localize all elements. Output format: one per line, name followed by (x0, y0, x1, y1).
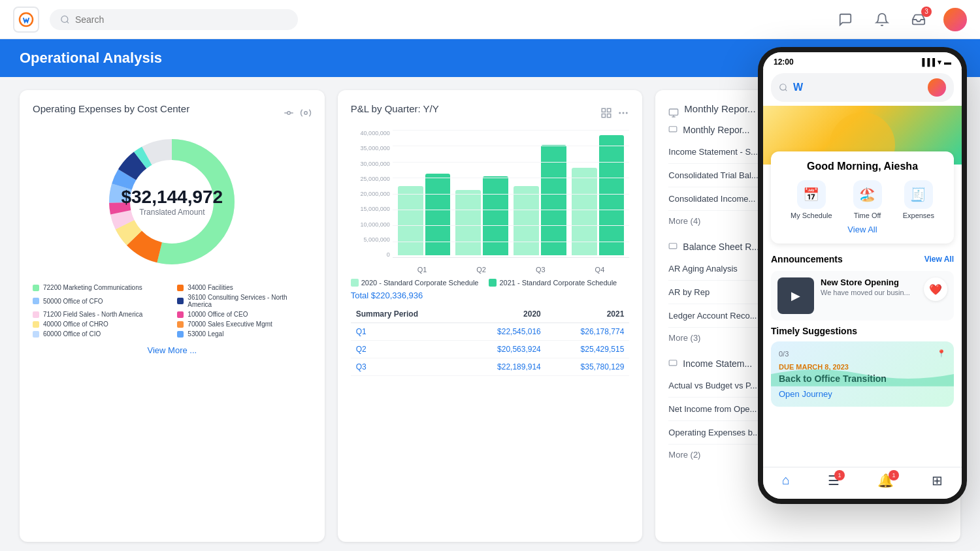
legend-label: 50000 Office of CFO (43, 298, 103, 305)
announcement-thumbnail[interactable]: ▶ (777, 277, 814, 314)
mobile-action-item[interactable]: 🏖️ Time Off (853, 180, 882, 219)
mobile-user-avatar[interactable] (928, 78, 946, 97)
x-label-q3: Q3 (536, 266, 546, 274)
svg-rect-28 (669, 360, 677, 366)
tasks-badge: 1 (834, 470, 845, 480)
mobile-bottom-nav: ⌂ ☰ 1 🔔 1 ⊞ (763, 467, 962, 499)
svg-point-2 (287, 111, 290, 114)
user-avatar[interactable] (943, 8, 967, 31)
svg-rect-27 (669, 244, 677, 249)
x-label-q2: Q2 (476, 266, 486, 274)
action-label: My Schedule (791, 212, 832, 219)
col-2021: 2021 (546, 306, 630, 323)
open-journey-link[interactable]: Open Journey (779, 389, 946, 399)
legend-color (33, 321, 39, 328)
legend-label: 60000 Office of CIO (43, 330, 101, 338)
v2021-cell: $25,429,515 (546, 341, 630, 358)
svg-point-22 (619, 112, 621, 114)
period-cell[interactable]: Q2 (351, 341, 463, 358)
announcement-item: ▶ New Store Opening We have moved our bu… (771, 271, 954, 321)
v2021-cell: $26,178,774 (546, 323, 630, 341)
table-row: Q3 $22,189,914 $35,780,129 (351, 358, 630, 376)
inbox-button[interactable]: 3 (907, 8, 930, 31)
search-input[interactable] (75, 14, 287, 25)
action-icon: 🧾 (904, 180, 933, 209)
legend-color (177, 331, 184, 338)
mobile-search-bar[interactable]: W (771, 73, 954, 102)
card1-title: Operating Expenses by Cost Center (33, 103, 189, 114)
svg-rect-19 (608, 114, 611, 117)
legend-color (33, 331, 39, 338)
legend-color (177, 311, 184, 318)
svg-point-21 (627, 112, 628, 114)
legend-item: 50000 Office of CFO (33, 294, 167, 308)
mobile-nav-grid[interactable]: ⊞ (932, 473, 943, 488)
mobile-view-all[interactable]: View All (780, 225, 945, 234)
donut-center: $32,144,972 Translated Amount (121, 187, 223, 217)
chat-button[interactable] (834, 8, 857, 31)
table-row: Q1 $22,545,016 $26,178,774 (351, 323, 630, 341)
mobile-action-item[interactable]: 🧾 Expenses (903, 180, 934, 219)
mobile-logo: W (793, 82, 803, 93)
suggestions-counter: 0/3 📍 (779, 349, 946, 358)
action-icon: 📅 (797, 180, 826, 209)
announcements-title: Announcements (771, 254, 843, 264)
x-label-q4: Q4 (595, 266, 605, 274)
svg-point-20 (623, 112, 625, 114)
v2020-cell: $22,189,914 (463, 358, 546, 376)
chart-total: Total $220,336,936 (351, 291, 630, 300)
app-logo[interactable] (13, 7, 39, 33)
legend-item: 70000 Sales Executive Mgmt (177, 321, 311, 328)
svg-rect-18 (602, 114, 606, 117)
announcements-section: Announcements View All ▶ New Store Openi… (763, 254, 962, 321)
card2-title: P&L by Quarter: Y/Y (351, 103, 439, 114)
action-icon: 🏖️ (853, 180, 882, 209)
notifications-button[interactable] (870, 8, 894, 31)
legend-item: 34000 Facilities (177, 284, 311, 291)
inbox-badge: 3 (921, 7, 932, 17)
donut-legend: 72200 Marketing Communications 34000 Fac… (33, 284, 312, 338)
legend-color (177, 321, 184, 328)
legend-label: 34000 Facilities (188, 284, 233, 291)
svg-point-5 (304, 111, 307, 114)
legend-label: 10000 Office of CEO (188, 311, 248, 318)
legend-item: 53000 Legal (177, 330, 311, 338)
donut-label: Translated Amount (121, 208, 223, 217)
legend-label: 70000 Sales Executive Mgmt (188, 321, 272, 328)
legend-color (33, 311, 39, 318)
timely-title: Timely Suggestions (771, 326, 857, 336)
period-cell[interactable]: Q1 (351, 323, 463, 341)
mobile-nav-tasks[interactable]: ☰ 1 (828, 473, 840, 488)
svg-point-29 (780, 84, 786, 90)
mobile-status-bar: 12:00 ▐▐▐ ▾ ▬ (763, 52, 962, 69)
announcement-heart[interactable]: ❤️ (924, 277, 947, 301)
mobile-action-item[interactable]: 📅 My Schedule (791, 180, 832, 219)
legend-2020: 2020 - Standard Corporate Schedule (361, 279, 479, 287)
mobile-nav-home[interactable]: ⌂ (782, 473, 790, 488)
announcements-view-all[interactable]: View All (924, 255, 954, 264)
play-icon[interactable]: ▶ (791, 289, 800, 303)
operating-expenses-card: Operating Expenses by Cost Center (20, 90, 325, 542)
legend-2021: 2021 - Standard Corporate Schedule (499, 279, 617, 287)
v2021-cell: $35,780,129 (546, 358, 630, 376)
legend-item: 40000 Office of CHRO (33, 321, 167, 328)
mobile-status-icons: ▐▐▐ ▾ ▬ (920, 58, 951, 67)
action-label: Expenses (903, 212, 934, 219)
svg-rect-17 (608, 108, 611, 112)
search-bar[interactable] (50, 9, 298, 30)
announcement-description: We have moved our busin... (821, 289, 910, 296)
table-row: Q2 $20,563,924 $25,429,515 (351, 341, 630, 358)
period-cell[interactable]: Q3 (351, 358, 463, 376)
legend-label: 36100 Consulting Services - North Americ… (188, 294, 311, 308)
col-2020: 2020 (463, 306, 546, 323)
legend-item: 72200 Marketing Communications (33, 284, 167, 291)
notifications-badge: 1 (889, 470, 899, 480)
svg-point-1 (61, 16, 68, 22)
card1-icons[interactable] (283, 107, 312, 119)
mobile-nav-notifications[interactable]: 🔔 1 (877, 473, 894, 488)
legend-label: 72200 Marketing Communications (43, 284, 142, 291)
view-more-link[interactable]: View More ... (33, 345, 312, 355)
card2-icons[interactable] (600, 107, 629, 119)
legend-color (33, 285, 39, 291)
col-period: Summary Period (351, 306, 463, 323)
